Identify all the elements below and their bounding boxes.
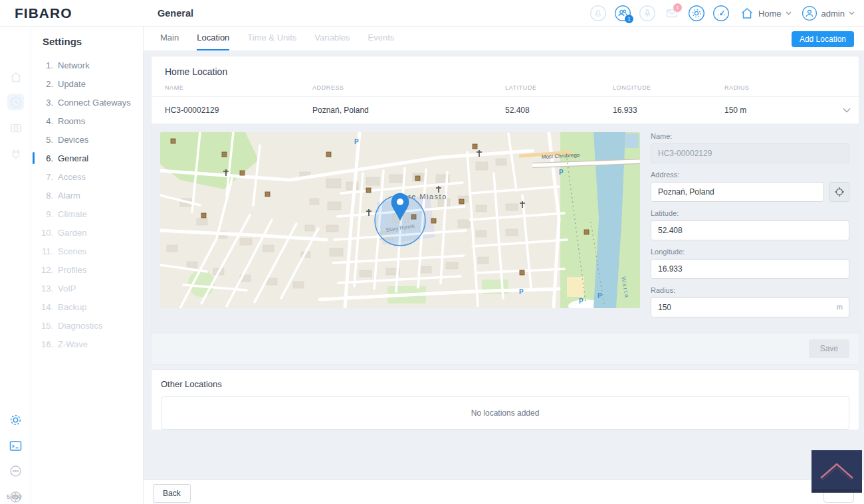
plug-icon[interactable] — [7, 145, 24, 162]
address-field[interactable] — [651, 182, 824, 202]
map-canvas: P P P P P Stare Miasto Stary Rynek Most … — [160, 132, 640, 308]
sidebar-item-garden[interactable]: 10.Garden — [31, 223, 143, 242]
mail-badge: 1 — [673, 3, 682, 12]
map[interactable]: P P P P P Stare Miasto Stary Rynek Most … — [160, 132, 640, 308]
sidebar-item-connect-gateways[interactable]: 3.Connect Gateways — [31, 93, 143, 112]
other-locations-card: Other Locations No locations added — [152, 370, 859, 430]
sidebar-item-alarm[interactable]: 8.Alarm — [31, 186, 143, 205]
tab-events[interactable]: Events — [368, 27, 395, 50]
gear-icon[interactable] — [7, 412, 24, 428]
tab-main[interactable]: Main — [160, 27, 179, 50]
settings-menu: Settings 1.Network 2.Update 3.Connect Ga… — [31, 27, 144, 504]
sidebar-item-diagnostics[interactable]: 15.Diagnostics — [31, 316, 143, 335]
house-icon[interactable] — [7, 68, 24, 85]
add-location-button[interactable]: Add Location — [792, 31, 854, 47]
latitude-label: Latitude: — [651, 209, 849, 217]
chevron-up-icon — [811, 450, 862, 489]
user-menu-label: admin — [821, 9, 845, 19]
longitude-label: Longitude: — [651, 248, 849, 256]
row-radius: 150 m — [724, 106, 843, 115]
sidebar-item-general[interactable]: 6.General — [31, 149, 143, 167]
settings-title: Settings — [31, 36, 143, 47]
sidebar-item-profiles[interactable]: 12.Profiles — [31, 260, 143, 279]
save-button[interactable]: Save — [809, 339, 849, 358]
settings-sun-icon[interactable] — [688, 5, 705, 22]
chevron-down-icon[interactable] — [843, 108, 851, 113]
icon-rail: 5.050 — [0, 27, 31, 504]
longitude-field[interactable] — [651, 259, 849, 279]
location-panel: P P P P P Stare Miasto Stary Rynek Most … — [152, 124, 859, 333]
address-label: Address: — [651, 171, 849, 179]
widget-strip — [811, 489, 862, 493]
sidebar-item-backup[interactable]: 14.Backup — [31, 297, 143, 316]
version-label: 5.050 — [7, 493, 22, 500]
crosshair-icon — [834, 187, 845, 197]
card-footer: Save — [152, 333, 859, 364]
bell-icon[interactable] — [590, 5, 607, 22]
sidebar-item-scenes[interactable]: 11.Scenes — [31, 242, 143, 260]
table-header: NAME ADDRESS LATITUDE LONGITUDE RADIUS — [152, 84, 859, 96]
clock-icon[interactable] — [7, 94, 24, 110]
sidebar: 5.050 Settings 1.Network 2.Update 3.Conn… — [0, 27, 144, 504]
row-latitude: 52.408 — [505, 106, 613, 115]
locate-button[interactable] — [829, 182, 849, 202]
footer-bar: Back — [144, 479, 864, 504]
fibaro-logo: FIBARO — [0, 5, 144, 21]
parking-icon: P — [354, 138, 359, 145]
mail-icon[interactable]: 1 — [663, 5, 681, 22]
radius-unit: m — [837, 303, 843, 311]
column-radius: RADIUS — [724, 84, 843, 91]
user-avatar-icon — [802, 5, 817, 21]
sidebar-item-access[interactable]: 7.Access — [31, 167, 143, 186]
row-name: HC3-00002129 — [165, 106, 312, 115]
tab-variables[interactable]: Variables — [314, 27, 350, 50]
name-label: Name: — [651, 132, 849, 140]
sidebar-item-rooms[interactable]: 4.Rooms — [31, 112, 143, 130]
parking-icon: P — [579, 297, 584, 305]
camera-icon[interactable] — [7, 120, 24, 136]
back-button[interactable]: Back — [153, 484, 191, 503]
row-address: Poznań, Poland — [312, 106, 505, 115]
page-title: General — [158, 8, 193, 19]
topbar-actions: 1 1 Home — [590, 0, 855, 27]
latitude-field[interactable] — [651, 220, 849, 240]
terminal-icon[interactable] — [7, 438, 24, 454]
radius-field[interactable] — [651, 297, 849, 317]
location-form: Name: Address: — [651, 132, 849, 325]
parking-icon: P — [519, 288, 524, 295]
user-selector[interactable]: admin — [802, 5, 855, 21]
chevron-down-icon — [786, 11, 792, 15]
column-name: NAME — [165, 84, 312, 91]
home-icon — [740, 6, 754, 21]
content-area: Home Location NAME ADDRESS LATITUDE LONG… — [144, 50, 864, 479]
sidebar-item-voip[interactable]: 13.VoIP — [31, 279, 143, 297]
tabs-bar: Main Location Time & Units Variables Eve… — [144, 27, 864, 50]
chevron-down-icon — [849, 11, 855, 15]
table-row[interactable]: HC3-00002129 Poznań, Poland 52.408 16.93… — [152, 96, 859, 124]
gauge-icon[interactable] — [712, 5, 730, 22]
tab-time-units[interactable]: Time & Units — [247, 27, 296, 50]
radius-label: Radius: — [651, 286, 849, 294]
sidebar-item-update[interactable]: 2.Update — [31, 74, 143, 93]
sidebar-item-climate[interactable]: 9.Climate — [31, 205, 143, 223]
sidebar-item-network[interactable]: 1.Network — [31, 56, 143, 74]
home-selector[interactable]: Home — [740, 6, 792, 21]
row-longitude: 16.933 — [613, 106, 724, 115]
sidebar-item-devices[interactable]: 5.Devices — [31, 130, 143, 149]
support-widget[interactable] — [811, 450, 862, 493]
top-bar: FIBARO General 1 1 — [0, 0, 864, 27]
column-longitude: LONGITUDE — [613, 84, 724, 91]
tab-location[interactable]: Location — [197, 27, 229, 50]
main-content: Main Location Time & Units Variables Eve… — [144, 27, 864, 504]
name-field[interactable] — [651, 143, 849, 163]
home-menu-label: Home — [758, 9, 782, 19]
home-location-card: Home Location NAME ADDRESS LATITUDE LONG… — [152, 56, 859, 364]
sidebar-item-zwave[interactable]: 16.Z-Wave — [31, 335, 143, 353]
users-icon[interactable]: 1 — [614, 5, 631, 22]
column-latitude: LATITUDE — [505, 84, 613, 91]
home-location-title: Home Location — [152, 56, 859, 84]
empty-text: No locations added — [471, 408, 540, 418]
microphone-icon[interactable] — [639, 5, 656, 22]
column-address: ADDRESS — [312, 84, 505, 91]
chat-icon[interactable] — [7, 463, 24, 479]
